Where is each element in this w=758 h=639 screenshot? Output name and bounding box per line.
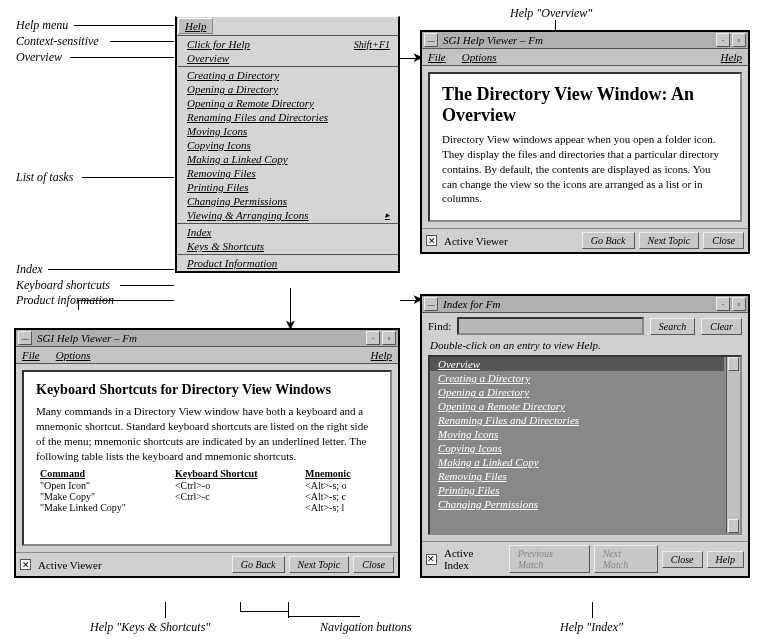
col-mnemonic: Mnemonic <box>301 467 378 480</box>
maximize-icon[interactable]: ▫ <box>382 331 396 345</box>
menu-label: Creating a Directory <box>187 69 279 81</box>
active-index-checkbox[interactable]: ✕ <box>426 554 437 565</box>
annotation-help-menu: Help menu <box>16 18 68 33</box>
menu-file[interactable]: File <box>22 349 40 361</box>
cell: <Alt>-s; o <box>301 480 378 491</box>
maximize-icon[interactable]: ▫ <box>732 297 746 311</box>
menu-task-item[interactable]: Creating a Directory <box>177 68 398 82</box>
next-topic-button[interactable]: Next Topic <box>639 232 700 249</box>
menu-index[interactable]: Index <box>177 225 398 239</box>
menu-task-item[interactable]: Renaming Files and Directories <box>177 110 398 124</box>
previous-match-button[interactable]: Previous Match <box>509 545 590 573</box>
find-input[interactable] <box>457 317 644 335</box>
annotation-help-keys: Help "Keys & Shortcuts" <box>90 620 210 635</box>
index-item[interactable]: Opening a Directory <box>430 385 724 399</box>
menu-title[interactable]: Help <box>178 18 213 34</box>
menu-task-item[interactable]: Opening a Directory <box>177 82 398 96</box>
titlebar[interactable]: — SGI Help Viewer – Fm · ▫ <box>422 32 748 49</box>
cell: <Alt>-s; c <box>301 491 378 502</box>
viewer-body: The Directory View Window: An Overview D… <box>428 72 742 222</box>
search-button[interactable]: Search <box>650 318 695 335</box>
minimize-icon[interactable]: · <box>716 297 730 311</box>
menu-task-item[interactable]: Viewing & Arranging Icons▸ <box>177 208 398 222</box>
window-menu-icon[interactable]: — <box>18 331 32 345</box>
menu-file[interactable]: File <box>428 51 446 63</box>
menu-overview[interactable]: Overview <box>177 51 398 65</box>
annotation-nav-buttons: Navigation buttons <box>320 620 412 635</box>
index-list[interactable]: OverviewCreating a DirectoryOpening a Di… <box>428 355 742 535</box>
menu-label: Copying Icons <box>187 139 251 151</box>
menu-label: Index <box>187 226 211 238</box>
table-row: "Make Copy"<Ctrl>-c<Alt>-s; c <box>36 491 378 502</box>
clear-button[interactable]: Clear <box>701 318 742 335</box>
annotation-list-of-tasks: List of tasks <box>16 170 73 185</box>
maximize-icon[interactable]: ▫ <box>732 33 746 47</box>
index-item[interactable]: Renaming Files and Directories <box>430 413 724 427</box>
menu-label: Viewing & Arranging Icons <box>187 209 309 221</box>
table-row: "Open Icon"<Ctrl>-o<Alt>-s; o <box>36 480 378 491</box>
menu-label: Keys & Shortcuts <box>187 240 264 252</box>
cell: <Ctrl>-o <box>171 480 301 491</box>
find-label: Find: <box>428 320 451 332</box>
annotation-index: Index <box>16 262 43 277</box>
menu-task-item[interactable]: Removing Files <box>177 166 398 180</box>
go-back-button[interactable]: Go Back <box>232 556 285 573</box>
menu-product-information[interactable]: Product Information <box>177 256 398 270</box>
titlebar[interactable]: — SGI Help Viewer – Fm · ▫ <box>16 330 398 347</box>
active-viewer-checkbox[interactable]: ✕ <box>20 559 31 570</box>
cell <box>171 502 301 513</box>
scrollbar[interactable] <box>726 357 740 533</box>
double-click-msg: Double-click on an entry to view Help. <box>422 339 748 353</box>
menu-keys-shortcuts[interactable]: Keys & Shortcuts <box>177 239 398 253</box>
topic-heading: The Directory View Window: An Overview <box>442 84 728 126</box>
help-button[interactable]: Help <box>707 551 744 568</box>
close-button[interactable]: Close <box>353 556 394 573</box>
titlebar[interactable]: — Index for Fm · ▫ <box>422 296 748 313</box>
next-match-button[interactable]: Next Match <box>594 545 658 573</box>
menu-task-item[interactable]: Printing Files <box>177 180 398 194</box>
menu-label: Opening a Directory <box>187 83 278 95</box>
index-item[interactable]: Moving Icons <box>430 427 724 441</box>
menu-help[interactable]: Help <box>721 51 742 63</box>
table-row: "Make Linked Copy"<Alt>-s; l <box>36 502 378 513</box>
menu-options[interactable]: Options <box>462 51 497 63</box>
menubar: File Options Help <box>16 347 398 364</box>
window-menu-icon[interactable]: — <box>424 33 438 47</box>
menu-task-item[interactable]: Changing Permissions <box>177 194 398 208</box>
minimize-icon[interactable]: · <box>366 331 380 345</box>
topic-body: Directory View windows appear when you o… <box>442 132 728 206</box>
footer: ✕ Active Index Previous Match Next Match… <box>422 541 748 576</box>
footer: ✕ Active Viewer Go Back Next Topic Close <box>422 228 748 252</box>
index-item[interactable]: Creating a Directory <box>430 371 724 385</box>
index-item[interactable]: Removing Files <box>430 469 724 483</box>
active-viewer-checkbox[interactable]: ✕ <box>426 235 437 246</box>
next-topic-button[interactable]: Next Topic <box>289 556 350 573</box>
index-item[interactable]: Making a Linked Copy <box>430 455 724 469</box>
menu-label: Opening a Remote Directory <box>187 97 314 109</box>
help-menu-panel: Help Click for Help Shift+F1 Overview Cr… <box>175 16 400 273</box>
menu-click-for-help[interactable]: Click for Help Shift+F1 <box>177 37 398 51</box>
menu-task-item[interactable]: Copying Icons <box>177 138 398 152</box>
menu-task-item[interactable]: Opening a Remote Directory <box>177 96 398 110</box>
menu-task-item[interactable]: Making a Linked Copy <box>177 152 398 166</box>
go-back-button[interactable]: Go Back <box>582 232 635 249</box>
menu-label: Making a Linked Copy <box>187 153 288 165</box>
menu-options[interactable]: Options <box>56 349 91 361</box>
menu-label: Changing Permissions <box>187 195 287 207</box>
window-menu-icon[interactable]: — <box>424 297 438 311</box>
index-item[interactable]: Opening a Remote Directory <box>430 399 724 413</box>
index-item[interactable]: Copying Icons <box>430 441 724 455</box>
minimize-icon[interactable]: · <box>716 33 730 47</box>
index-item[interactable]: Printing Files <box>430 483 724 497</box>
find-row: Find: Search Clear <box>422 313 748 339</box>
cell: <Ctrl>-c <box>171 491 301 502</box>
index-item[interactable]: Overview <box>430 357 724 371</box>
footer: ✕ Active Viewer Go Back Next Topic Close <box>16 552 398 576</box>
menu-help[interactable]: Help <box>371 349 392 361</box>
menu-title-bar: Help <box>177 17 398 36</box>
close-button[interactable]: Close <box>703 232 744 249</box>
index-item[interactable]: Changing Permissions <box>430 497 724 511</box>
close-button[interactable]: Close <box>662 551 703 568</box>
menu-task-item[interactable]: Moving Icons <box>177 124 398 138</box>
cell: <Alt>-s; l <box>301 502 378 513</box>
